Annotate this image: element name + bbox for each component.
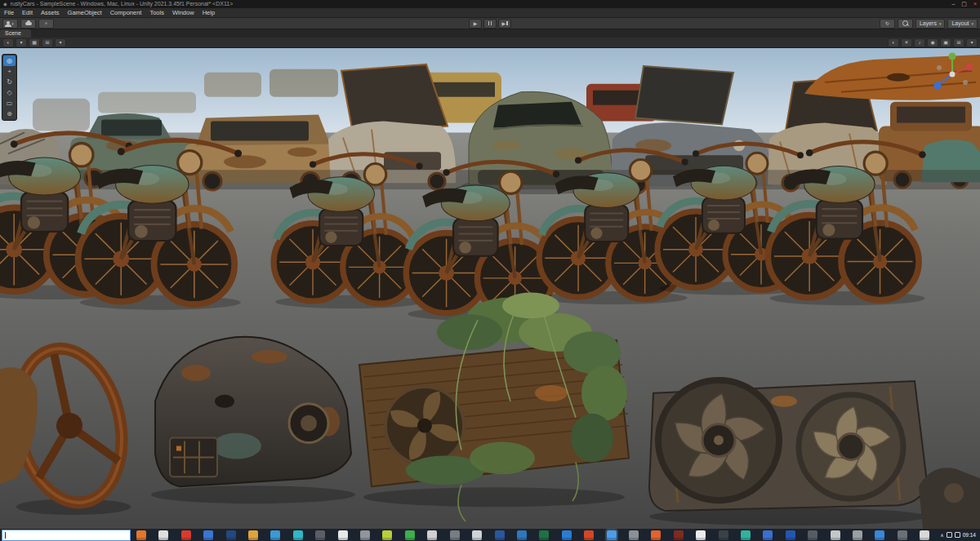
scene-option-button[interactable]: ▾: [966, 38, 978, 47]
account-button[interactable]: ▾: [2, 19, 18, 29]
services-icon: [45, 22, 47, 24]
app-icon[interactable]: [248, 530, 258, 540]
volume-icon[interactable]: [955, 532, 960, 538]
transform-tool-button[interactable]: ◎: [3, 55, 16, 66]
scene-option-button[interactable]: ▣: [940, 38, 951, 47]
app-icon[interactable]: [696, 530, 706, 540]
layout-dropdown[interactable]: Layout ▾: [947, 19, 978, 29]
app-icon[interactable]: [898, 530, 907, 540]
play-button[interactable]: ▶: [469, 19, 482, 29]
app-icon[interactable]: [338, 530, 348, 540]
services-button[interactable]: [38, 19, 54, 29]
tab-scene[interactable]: Scene: [0, 29, 31, 38]
play-controls: ▶ ▶: [469, 19, 511, 29]
network-icon[interactable]: [947, 532, 952, 538]
transform-tool-button[interactable]: ◇: [3, 87, 16, 98]
scene-tool-button[interactable]: ▦: [29, 38, 40, 47]
app-icon[interactable]: [808, 530, 817, 540]
cloud-button[interactable]: [20, 19, 36, 29]
scene-tool-button[interactable]: ▾: [16, 38, 27, 47]
app-icon[interactable]: [427, 530, 437, 540]
scene-tool-button[interactable]: ▾: [55, 38, 66, 47]
window-titlebar[interactable]: ◆ rustyCars - SampleScene - Windows, Mac…: [0, 0, 980, 8]
scene-tool-button[interactable]: ⊞: [42, 38, 53, 47]
app-icon[interactable]: [181, 530, 191, 540]
app-icon[interactable]: [315, 530, 325, 540]
transform-tool-button[interactable]: ↻: [3, 77, 16, 87]
taskbar-search[interactable]: [2, 530, 131, 541]
clock[interactable]: 09:14: [963, 529, 978, 541]
menu-item[interactable]: Window: [168, 8, 198, 17]
app-icon[interactable]: [472, 530, 482, 540]
transform-tool-button[interactable]: +: [3, 66, 16, 77]
app-icon[interactable]: [875, 530, 884, 540]
app-icon[interactable]: [539, 530, 549, 540]
menu-item[interactable]: File: [0, 8, 18, 17]
menu-item[interactable]: Assets: [37, 8, 64, 17]
maximize-button[interactable]: ▢: [961, 0, 967, 8]
app-icon[interactable]: [920, 530, 929, 540]
cloud-icon: [25, 22, 32, 25]
tools-overlay: ◎+↻◇▭⊕: [2, 54, 17, 121]
app-icon[interactable]: [136, 530, 146, 540]
scene-option-button[interactable]: ♪: [914, 38, 925, 47]
app-icon[interactable]: [831, 530, 840, 540]
app-icon[interactable]: [763, 530, 773, 540]
scene-viewport[interactable]: ◎+↻◇▭⊕: [0, 48, 980, 529]
close-button[interactable]: ×: [973, 0, 977, 8]
app-icon[interactable]: [360, 530, 370, 540]
app-icon[interactable]: [719, 530, 728, 540]
system-tray[interactable]: ∧ 09:14: [938, 529, 980, 541]
app-icon[interactable]: [584, 530, 594, 540]
app-icon[interactable]: [450, 530, 460, 540]
scene-render[interactable]: [0, 48, 980, 529]
app-icon[interactable]: [293, 530, 303, 540]
menu-item[interactable]: Edit: [18, 8, 37, 17]
tray-expand-icon[interactable]: ∧: [940, 532, 943, 538]
transform-tool-button[interactable]: ⊕: [3, 109, 16, 119]
app-icon[interactable]: [382, 530, 392, 540]
app-icon[interactable]: [270, 530, 280, 540]
taskbar-search-input[interactable]: [7, 531, 127, 539]
pause-icon: [488, 21, 492, 25]
version-control-button[interactable]: ↻: [880, 19, 895, 29]
pause-button[interactable]: [483, 19, 497, 29]
menu-item[interactable]: Component: [106, 8, 146, 17]
app-icon[interactable]: [607, 530, 617, 540]
transform-tool-button[interactable]: ▭: [3, 98, 16, 109]
axis-gizmo[interactable]: [929, 51, 975, 97]
chevron-down-icon: ▾: [939, 20, 942, 28]
app-icon[interactable]: [203, 530, 213, 540]
step-button[interactable]: ▶: [498, 19, 511, 29]
app-icon[interactable]: [674, 530, 684, 540]
scene-option-button[interactable]: ◉: [927, 38, 938, 47]
app-icon[interactable]: [562, 530, 572, 540]
menu-item[interactable]: Help: [198, 8, 219, 17]
search-button[interactable]: [898, 19, 913, 29]
app-icon[interactable]: [226, 530, 236, 540]
scene-option-button[interactable]: ⊞: [953, 38, 964, 47]
scene-tool-button[interactable]: ◐: [2, 38, 14, 47]
app-icon[interactable]: [405, 530, 415, 540]
layers-dropdown[interactable]: Layers ▾: [915, 19, 946, 29]
app-icon[interactable]: [853, 530, 862, 540]
scene-option-button[interactable]: ◐: [888, 38, 899, 47]
app-icon[interactable]: [741, 530, 751, 540]
app-icon[interactable]: [786, 530, 795, 540]
menu-bar: FileEditAssetsGameObjectComponentToolsWi…: [0, 8, 980, 18]
menu-item[interactable]: GameObject: [64, 8, 106, 17]
fan-assembly-model[interactable]: [649, 380, 927, 525]
app-icon[interactable]: [517, 530, 527, 540]
minimize-button[interactable]: –: [951, 0, 955, 8]
menu-item[interactable]: Tools: [145, 8, 168, 17]
main-toolbar: ▾ ▶ ▶ ↻ La: [0, 18, 980, 29]
scene-option-button[interactable]: ☀: [901, 38, 912, 47]
scene-view-toolbar: ◐▾▦⊞▾ ◐☀♪◉▣⊞▾: [0, 38, 980, 48]
window-title: rustyCars - SampleScene - Windows, Mac, …: [11, 0, 234, 8]
app-icon[interactable]: [495, 530, 505, 540]
app-icon[interactable]: [158, 530, 168, 540]
scene-tab-label: Scene: [5, 29, 21, 38]
app-icon[interactable]: [651, 530, 661, 540]
app-icon[interactable]: [629, 530, 639, 540]
chevron-down-icon: ▾: [971, 20, 973, 28]
